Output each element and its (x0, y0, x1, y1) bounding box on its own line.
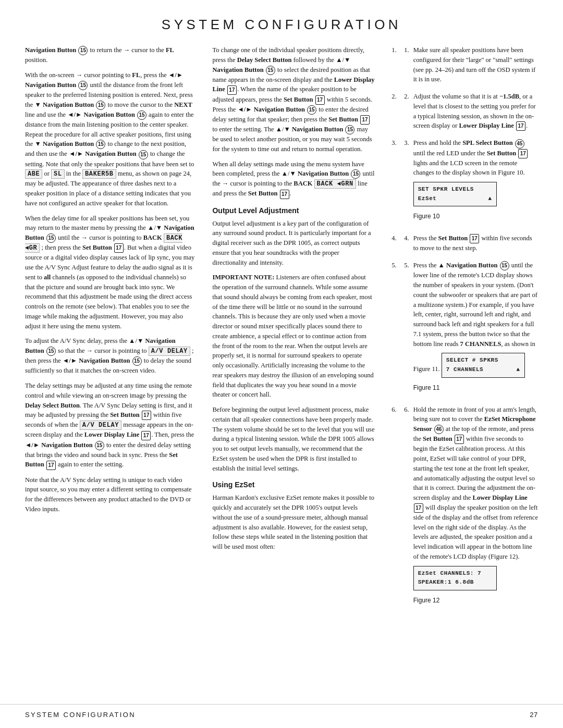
right-column: 1. Make sure all speaker positions have … (391, 45, 538, 618)
badge-15-m3: 15 (345, 125, 354, 134)
important-note-body: Listeners are often confused about the o… (212, 274, 373, 398)
left-p6: Note that the A/V Sync delay setting is … (25, 475, 195, 514)
list-num-1: 1. (404, 45, 409, 84)
figure-10-label: Figure 10 (413, 212, 538, 221)
figure-11-label: Figure 11 (413, 383, 538, 392)
badge-17-r6: 17 (455, 435, 464, 444)
important-note: IMPORTANT NOTE: Listeners are often conf… (212, 273, 375, 400)
badge-17-2: 17 (142, 411, 151, 420)
badge-17-r2: 17 (516, 121, 525, 131)
badge-17-3: 17 (141, 431, 151, 440)
page-footer: SYSTEM CONFIGURATION 27 (0, 704, 563, 728)
main-content: Navigation Button 15 to return the → cur… (0, 45, 563, 643)
badge-46-r6: 46 (434, 425, 444, 434)
list-text-3: Press and hold the SPL Select Button 45 … (413, 138, 538, 226)
lcd-figure-12: EzSet CHANNELS: 7 SPEAKER:1 6.8dB (413, 566, 497, 590)
list-text-1: Make sure all speaker positions have bee… (413, 45, 538, 84)
list-text-6: Hold the remote in front of you at arm's… (413, 405, 538, 610)
badge-15-8: 15 (46, 347, 56, 356)
badge-15-6: 15 (139, 150, 148, 159)
list-num-6: 6. (404, 405, 409, 610)
list-item-5: 5. Press the ▲ Navigation Button 15 unti… (391, 261, 538, 397)
display-back-mid: BACK ◄GRN (314, 179, 356, 189)
lcd-figure-10: SET SPKR LEVELS EzSet▲ (413, 182, 497, 206)
left-column: Navigation Button 15 to return the → cur… (25, 45, 195, 618)
list-num-3: 3. (404, 138, 409, 226)
left-p3: When the delay time for all speaker posi… (25, 214, 195, 331)
badge-17-m1: 17 (227, 85, 237, 95)
badge-17-m4: 17 (280, 190, 289, 199)
important-note-label: IMPORTANT NOTE: (212, 274, 274, 281)
left-p4: To adjust the A/V Sync delay, press the … (25, 336, 195, 376)
page-title: SYSTEM CONFIGURATION (0, 0, 563, 45)
display-abe: ABE (25, 169, 42, 179)
badge-17-1: 17 (114, 243, 124, 253)
section-output-level-heading: Output Level Adjustment (212, 206, 375, 215)
badge-17-r6b: 17 (414, 503, 423, 513)
list-text-4: Press the Set Button 17 within five seco… (413, 233, 538, 253)
section-output-level-body: Output level adjustment is a key part of… (212, 219, 375, 268)
mid-intro: To change one of the individual speaker … (212, 45, 375, 154)
list-item-2: 2. Adjust the volume so that it is at −1… (391, 92, 538, 131)
badge-15-m4: 15 (351, 169, 360, 179)
left-p5: The delay settings may be adjusted at an… (25, 381, 195, 470)
figure-12-label: Figure 12 (413, 596, 538, 605)
badge-17-m2: 17 (315, 95, 325, 105)
badge-17-r4: 17 (470, 234, 479, 243)
list-item-1: 1. Make sure all speaker positions have … (391, 45, 538, 84)
badge-15-m2: 15 (307, 105, 316, 115)
display-sl: SL (51, 169, 65, 179)
middle-column: To change one of the individual speaker … (212, 45, 375, 618)
left-p1: Navigation Button 15 to return the → cur… (25, 45, 195, 65)
footer-page-number: 27 (530, 711, 538, 719)
badge-15-2: 15 (78, 81, 88, 90)
list-item-6: 6. Hold the remote in front of you at ar… (391, 405, 538, 610)
before-para: Before beginning the output level adjust… (212, 405, 375, 473)
footer-left-text: SYSTEM CONFIGURATION (25, 711, 136, 719)
badge-17-m3: 17 (360, 115, 370, 125)
display-avdelay: A/V DELAY (149, 347, 190, 356)
list-num-5: 5. (404, 261, 409, 397)
badge-15-9: 15 (132, 356, 142, 366)
list-item-3: 3. Press and hold the SPL Select Button … (391, 138, 538, 226)
badge-45-r3: 45 (515, 139, 524, 149)
badge-15-3: 15 (96, 101, 105, 110)
lcd-figure-11: SELECT # SPKRS 7 CHANNELS▲ (442, 353, 525, 377)
badge-17-r3: 17 (518, 149, 528, 158)
badge-15-4: 15 (137, 110, 146, 120)
left-p2: With the on-screen → cursor pointing to … (25, 70, 195, 208)
section-ezset-heading: Using EzSet (212, 480, 375, 489)
mid-delay-para: When all delay settings made using the m… (212, 159, 375, 199)
list-text-2: Adjust the volume so that it is at −1.5d… (413, 92, 538, 131)
badge-15-7: 15 (46, 233, 56, 243)
list-num-2: 2. (404, 92, 409, 131)
badge-15-r5: 15 (500, 261, 509, 270)
right-list: 1. Make sure all speaker positions have … (391, 45, 538, 610)
list-num-4: 4. (404, 233, 409, 253)
display-avdelay2: A/V DELAY (80, 421, 121, 430)
section-ezset-body: Harman Kardon's exclusive EzSet remote m… (212, 493, 375, 552)
list-item-4: 4. Press the Set Button 17 within five s… (391, 233, 538, 253)
badge-15-10: 15 (95, 441, 104, 450)
badge-15-1: 15 (78, 46, 88, 55)
badge-15-5: 15 (96, 140, 105, 149)
list-text-5: Press the ▲ Navigation Button 15 until t… (413, 261, 538, 397)
nav-button-label: Navigation Button (25, 46, 78, 54)
badge-15-m1: 15 (266, 66, 275, 75)
badge-17-4: 17 (46, 461, 56, 470)
display-baker: BAKER5B (82, 169, 116, 179)
